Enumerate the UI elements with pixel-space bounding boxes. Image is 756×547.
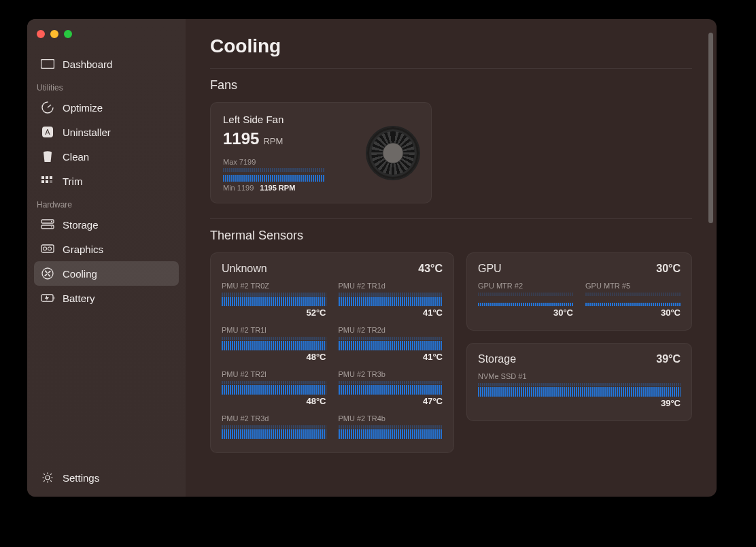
- sensor-spark: [478, 383, 681, 397]
- divider: [210, 68, 692, 69]
- minimize-window-button[interactable]: [50, 30, 58, 38]
- sensor-temp: 48°C: [222, 396, 326, 406]
- svg-rect-7: [46, 176, 48, 179]
- sensor-name: GPU MTR #5: [585, 282, 681, 290]
- sidebar-label: Settings: [63, 472, 99, 484]
- sidebar-label: Dashboard: [63, 59, 112, 70]
- fan-min-row: Min 1199 1195 RPM: [223, 184, 367, 192]
- svg-point-17: [44, 247, 47, 250]
- sidebar-label: Cooling: [63, 268, 97, 280]
- sensor-name: PMU #2 TR3d: [222, 414, 326, 422]
- sensor-name: PMU #2 TR1d: [339, 282, 443, 290]
- sensor-spark: [339, 337, 443, 350]
- sidebar-item-graphics[interactable]: Graphics: [34, 237, 179, 261]
- sidebar-item-battery[interactable]: Battery: [34, 286, 179, 310]
- gear-icon: [41, 471, 54, 484]
- sensor-temp: 47°C: [339, 396, 443, 406]
- sensor-name: NVMe SSD #1: [478, 372, 681, 380]
- sensor-spark: [339, 381, 443, 395]
- sensor-temp: 48°C: [222, 352, 326, 362]
- page-title: Cooling: [210, 35, 692, 57]
- sensor-item[interactable]: PMU #2 TR0Z52°C: [222, 282, 326, 318]
- section-title-fans: Fans: [210, 78, 692, 93]
- sidebar-label: Battery: [63, 293, 95, 304]
- sidebar-item-clean[interactable]: Clean: [34, 144, 179, 169]
- svg-rect-8: [50, 176, 52, 179]
- sidebar-item-trim[interactable]: Trim: [34, 169, 179, 193]
- app-icon: A: [41, 125, 54, 139]
- fan-max-label: Max 7199: [223, 158, 367, 166]
- sensor-spark: [222, 425, 326, 439]
- fan-rpm: 1195 RPM: [223, 129, 367, 148]
- sensor-item[interactable]: GPU MTR #230°C: [478, 282, 573, 318]
- sensor-item[interactable]: PMU #2 TR1l48°C: [222, 326, 326, 362]
- fan-info: Left Side Fan 1195 RPM Max 7199 Min 1199…: [223, 114, 367, 192]
- group-temp: 30°C: [656, 263, 681, 275]
- svg-point-5: [44, 151, 52, 154]
- sidebar-item-optimize[interactable]: Optimize: [34, 95, 179, 120]
- svg-rect-11: [50, 180, 52, 183]
- gpu-icon: [41, 242, 54, 256]
- sensor-item[interactable]: PMU #2 TR3b47°C: [339, 370, 443, 406]
- svg-rect-10: [46, 180, 48, 183]
- sensor-group-gpu: GPU 30°C GPU MTR #230°CGPU MTR #530°C: [466, 252, 692, 331]
- sidebar-item-storage[interactable]: Storage: [34, 212, 179, 237]
- sensor-item[interactable]: GPU MTR #530°C: [585, 282, 681, 318]
- sidebar-label: Optimize: [63, 102, 103, 114]
- fan-icon: [41, 267, 54, 280]
- svg-rect-0: [41, 60, 54, 69]
- close-window-button[interactable]: [37, 30, 45, 38]
- sidebar-label: Graphics: [63, 244, 103, 255]
- sidebar-label: Trim: [63, 176, 82, 187]
- sensor-name: GPU MTR #2: [478, 282, 573, 290]
- scrollbar[interactable]: [708, 33, 713, 223]
- svg-rect-9: [41, 180, 44, 183]
- sensor-spark: [339, 293, 443, 306]
- sidebar-item-uninstaller[interactable]: A Uninstaller: [34, 120, 179, 144]
- sidebar-label: Storage: [63, 219, 99, 231]
- sensor-name: PMU #2 TR0Z: [222, 282, 326, 290]
- sidebar-section-hardware: Hardware: [34, 193, 179, 212]
- app-window: Dashboard Utilities Optimize A Uninstall…: [27, 19, 717, 497]
- sensor-item[interactable]: NVMe SSD #139°C: [478, 372, 681, 408]
- sidebar-label: Clean: [63, 151, 89, 163]
- svg-rect-6: [41, 176, 44, 179]
- sensor-name: PMU #2 TR1l: [222, 326, 326, 334]
- sensor-item[interactable]: PMU #2 TR4b: [339, 414, 443, 440]
- sensor-item[interactable]: PMU #2 TR2d41°C: [339, 326, 443, 362]
- trash-icon: [41, 150, 54, 163]
- group-name: Storage: [478, 353, 516, 365]
- sensor-item[interactable]: PMU #2 TR3d: [222, 414, 326, 440]
- zoom-window-button[interactable]: [64, 30, 72, 38]
- gauge-icon: [41, 101, 54, 114]
- storage-icon: [41, 218, 54, 231]
- sidebar-item-settings[interactable]: Settings: [34, 465, 179, 490]
- sensor-temp: 41°C: [339, 308, 443, 318]
- fan-name: Left Side Fan: [223, 114, 367, 125]
- section-title-thermal: Thermal Sensors: [210, 229, 692, 243]
- sensor-spark: [339, 425, 443, 439]
- sensor-temp: 30°C: [478, 308, 573, 318]
- sensor-spark: [222, 293, 326, 306]
- svg-point-18: [48, 247, 52, 250]
- sensor-item[interactable]: PMU #2 TR1d41°C: [339, 282, 443, 318]
- sidebar-section-utilities: Utilities: [34, 76, 179, 95]
- sensor-item[interactable]: PMU #2 TR2l48°C: [222, 370, 326, 406]
- svg-point-14: [51, 221, 52, 222]
- group-temp: 39°C: [656, 353, 681, 365]
- sidebar-item-dashboard[interactable]: Dashboard: [34, 52, 179, 76]
- fan-min-label: Min 1199: [223, 184, 254, 192]
- sensor-name: PMU #2 TR4b: [339, 414, 443, 422]
- svg-line-2: [48, 105, 51, 107]
- sidebar-label: Uninstaller: [63, 127, 111, 138]
- svg-point-15: [51, 227, 52, 228]
- svg-rect-21: [54, 297, 54, 299]
- sensor-spark: [222, 337, 326, 350]
- fan-illustration: [367, 127, 419, 179]
- fan-card-left[interactable]: Left Side Fan 1195 RPM Max 7199 Min 1199…: [210, 102, 432, 203]
- group-name: Unknown: [222, 263, 267, 275]
- sensor-spark: [222, 381, 326, 395]
- group-temp: 43°C: [418, 263, 443, 275]
- sidebar-item-cooling[interactable]: Cooling: [34, 261, 179, 286]
- window-controls: [34, 27, 179, 52]
